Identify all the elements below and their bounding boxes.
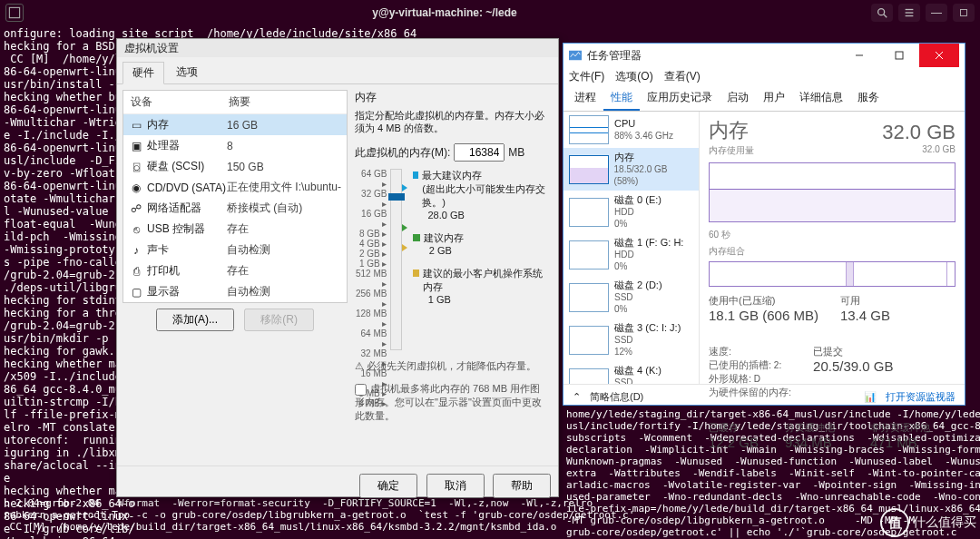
close-button[interactable]: [919, 44, 959, 67]
hw-row-cd[interactable]: ◉CD/DVD (SATA)正在使用文件 I:\ubuntu-20.04...: [123, 177, 347, 198]
memory-header: 内存: [355, 90, 545, 105]
add-hardware-button[interactable]: 添加(A)...: [156, 309, 234, 331]
svg-rect-9: [896, 52, 903, 59]
memory-detail: 内存32.0 GB 内存使用量32.0 GB 60 秒 内存组合 使用中(已压缩…: [700, 112, 965, 384]
mem-icon: ▭: [129, 119, 143, 132]
ok-button[interactable]: 确定: [359, 474, 417, 498]
open-resmon-link[interactable]: 打开资源监视器: [886, 390, 956, 404]
menu-file[interactable]: 文件(F): [569, 69, 604, 84]
search-icon[interactable]: [871, 4, 893, 22]
memory-label: 此虚拟机的内存(M):: [355, 145, 450, 161]
gnome-top-bar: y@y-virtual-machine: ~/lede —: [0, 0, 980, 25]
hw-row-usb[interactable]: ⎋USB 控制器存在: [123, 219, 347, 240]
hardware-list: 设备摘要 ▭内存16 GB▣处理器8⌼硬盘 (SCSI)150 GB◉CD/DV…: [122, 90, 348, 303]
cpu-icon: ▣: [129, 140, 143, 152]
minimize-icon[interactable]: —: [926, 4, 947, 22]
hdd-icon: ⌼: [129, 161, 143, 173]
performance-sidebar: CPU88% 3.46 GHz内存18.5/32.0 GB (58%)磁盘 0 …: [564, 112, 700, 384]
help-button[interactable]: 帮助: [493, 474, 551, 498]
tab-3[interactable]: 启动: [720, 86, 756, 111]
memory-warning: ⚠ 必须先关闭虚拟机，才能降低内存量。: [355, 359, 545, 373]
memory-pane: 内存 指定分配给此虚拟机的内存量。内存大小必须为 4 MB 的倍数。 此虚拟机的…: [348, 90, 553, 460]
dialog-tabs: 硬件 选项: [117, 57, 558, 84]
hw-row-mem[interactable]: ▭内存16 GB: [123, 114, 347, 135]
svg-rect-0: [9, 7, 19, 17]
perf-tile-0[interactable]: CPU88% 3.46 GHz: [564, 112, 699, 148]
perf-tile-5[interactable]: 磁盘 3 (C: I: J:)SSD12%: [564, 318, 699, 361]
app-icon: [5, 4, 24, 22]
cd-icon: ◉: [129, 181, 143, 194]
maximize-icon[interactable]: [953, 4, 975, 22]
taskmgr-icon: [569, 49, 582, 62]
perf-tile-2[interactable]: 磁盘 0 (E:)HDD0%: [564, 191, 699, 233]
hw-row-disp[interactable]: ▢显示器自动检测: [123, 281, 347, 302]
chevron-up-icon[interactable]: ⌃: [573, 391, 581, 403]
usb-icon: ⎋: [129, 223, 143, 236]
perf-tile-4[interactable]: 磁盘 2 (D:)SSD0%: [564, 276, 699, 318]
brief-info[interactable]: 简略信息(D): [590, 390, 643, 404]
tab-0[interactable]: 进程: [567, 86, 603, 111]
hw-row-prn[interactable]: ⎙打印机存在: [123, 260, 347, 281]
net-icon: ☍: [129, 202, 143, 215]
graphics-mem-hint: 虚拟机最多将此内存的 768 MB 用作图形内存。您可以在"显示器"设置页面中更…: [355, 382, 545, 423]
hw-row-snd[interactable]: ♪声卡自动检测: [123, 240, 347, 260]
memory-unit: MB: [508, 146, 524, 159]
maximize-button[interactable]: [879, 44, 919, 67]
tab-4[interactable]: 用户: [756, 86, 792, 111]
watermark: 值什么值得买: [880, 508, 976, 537]
tab-options[interactable]: 选项: [167, 62, 207, 83]
minimize-button[interactable]: [839, 44, 879, 67]
tab-2[interactable]: 应用历史记录: [640, 86, 720, 111]
memory-desc: 指定分配给此虚拟机的内存量。内存大小必须为 4 MB 的倍数。: [355, 109, 545, 134]
svg-rect-6: [961, 10, 967, 16]
memory-slider[interactable]: 64 GB ▸32 GB ▸16 GB ▸8 GB ▸4 GB ▸2 GB ▸1…: [355, 169, 545, 350]
taskmgr-tabs: 进程性能应用历史记录启动用户详细信息服务: [564, 86, 965, 112]
memory-input[interactable]: [454, 143, 505, 162]
tab-5[interactable]: 详细信息: [792, 86, 850, 111]
perf-tile-1[interactable]: 内存18.5/32.0 GB (58%): [564, 148, 699, 191]
vm-settings-dialog: 虚拟机设置 硬件 选项 设备摘要 ▭内存16 GB▣处理器8⌼硬盘 (SCSI)…: [116, 38, 559, 497]
dialog-title: 虚拟机设置: [117, 39, 558, 57]
cancel-button[interactable]: 取消: [426, 474, 485, 498]
memory-composition: [709, 261, 956, 287]
window-title: y@y-virtual-machine: ~/lede: [24, 6, 866, 19]
menu-view[interactable]: 查看(V): [664, 69, 701, 84]
menu-options[interactable]: 选项(O): [615, 69, 652, 84]
resmon-icon: 📊: [864, 391, 877, 403]
tab-hardware[interactable]: 硬件: [122, 62, 164, 84]
hw-row-hdd[interactable]: ⌼硬盘 (SCSI)150 GB: [123, 156, 347, 177]
remove-hardware-button[interactable]: 移除(R): [244, 309, 314, 331]
perf-tile-6[interactable]: 磁盘 4 (K:)SSD0%: [564, 361, 699, 384]
hw-row-cpu[interactable]: ▣处理器8: [123, 135, 347, 156]
tab-1[interactable]: 性能: [603, 86, 640, 111]
taskmgr-title: 任务管理器: [587, 48, 839, 64]
taskmgr-menu: 文件(F) 选项(O) 查看(V): [564, 67, 965, 86]
task-manager-window: 任务管理器 文件(F) 选项(O) 查看(V) 进程性能应用历史记录启动用户详细…: [563, 43, 965, 406]
memory-usage-chart: [709, 162, 956, 222]
svg-line-2: [884, 15, 887, 18]
graphics-mem-checkbox[interactable]: [355, 384, 367, 396]
hw-row-net[interactable]: ☍网络适配器桥接模式 (自动): [123, 198, 347, 219]
taskmgr-titlebar: 任务管理器: [564, 44, 965, 67]
svg-point-1: [878, 9, 885, 15]
perf-tile-3[interactable]: 磁盘 1 (F: G: H:HDD0%: [564, 233, 699, 276]
menu-icon[interactable]: [898, 4, 920, 22]
svg-rect-7: [569, 51, 582, 61]
prn-icon: ⎙: [129, 265, 143, 278]
disp-icon: ▢: [129, 286, 143, 299]
tab-6[interactable]: 服务: [850, 86, 887, 111]
snd-icon: ♪: [129, 244, 143, 257]
